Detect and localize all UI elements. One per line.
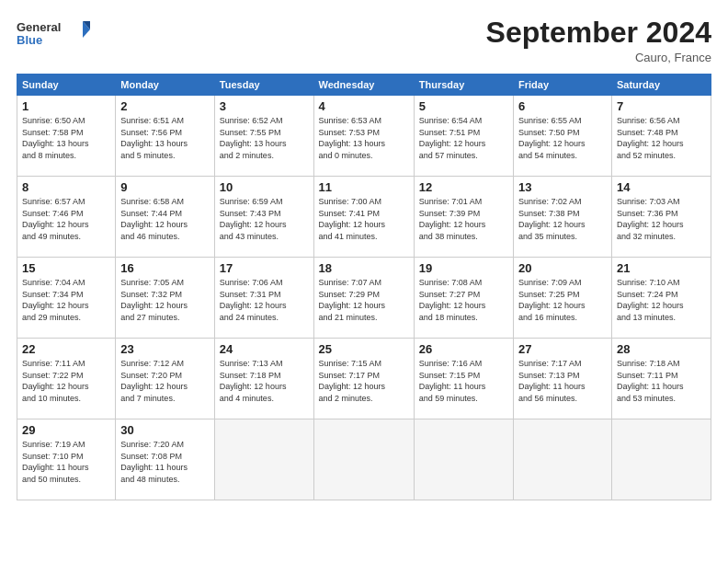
day-number: 9 [120,180,210,194]
day-number: 29 [22,423,110,437]
day-info: Sunrise: 7:18 AM Sunset: 7:11 PM Dayligh… [617,358,706,404]
location: Cauro, France [486,51,711,64]
day-number: 1 [22,99,110,113]
day-number: 15 [22,261,110,275]
calendar-cell: 5Sunrise: 6:54 AM Sunset: 7:51 PM Daylig… [414,96,513,177]
day-number: 25 [319,342,409,356]
header: General Blue September 2024 Cauro, Franc… [17,17,711,64]
col-wednesday: Wednesday [313,75,414,96]
calendar-cell: 27Sunrise: 7:17 AM Sunset: 7:13 PM Dayli… [514,339,612,419]
calendar-cell: 6Sunrise: 6:55 AM Sunset: 7:50 PM Daylig… [514,96,612,177]
day-info: Sunrise: 7:09 AM Sunset: 7:25 PM Dayligh… [518,277,607,323]
day-number: 19 [419,261,508,275]
calendar-cell: 23Sunrise: 7:12 AM Sunset: 7:20 PM Dayli… [116,339,215,419]
day-info: Sunrise: 7:10 AM Sunset: 7:24 PM Dayligh… [617,277,706,323]
day-info: Sunrise: 7:01 AM Sunset: 7:39 PM Dayligh… [419,196,508,242]
logo-svg: General Blue [17,17,90,55]
day-number: 20 [518,261,607,275]
day-number: 16 [120,261,210,275]
calendar-week-2: 8Sunrise: 6:57 AM Sunset: 7:46 PM Daylig… [17,177,711,258]
col-thursday: Thursday [414,75,513,96]
day-number: 8 [22,180,110,194]
day-number: 10 [220,180,309,194]
day-number: 21 [617,261,706,275]
day-info: Sunrise: 7:12 AM Sunset: 7:20 PM Dayligh… [120,358,210,404]
calendar-cell: 29Sunrise: 7:19 AM Sunset: 7:10 PM Dayli… [17,419,116,500]
calendar-week-5: 29Sunrise: 7:19 AM Sunset: 7:10 PM Dayli… [17,419,711,500]
day-number: 3 [220,99,309,113]
day-info: Sunrise: 7:00 AM Sunset: 7:41 PM Dayligh… [319,196,409,242]
calendar-cell: 14Sunrise: 7:03 AM Sunset: 7:36 PM Dayli… [611,177,711,258]
col-sunday: Sunday [17,75,116,96]
day-info: Sunrise: 7:06 AM Sunset: 7:31 PM Dayligh… [220,277,309,323]
calendar-cell [414,419,513,500]
calendar-cell: 20Sunrise: 7:09 AM Sunset: 7:25 PM Dayli… [514,258,612,339]
page: General Blue September 2024 Cauro, Franc… [0,0,728,563]
col-friday: Friday [514,75,612,96]
day-number: 17 [220,261,309,275]
calendar-cell [611,419,711,500]
day-info: Sunrise: 6:53 AM Sunset: 7:53 PM Dayligh… [319,115,409,161]
calendar-cell: 26Sunrise: 7:16 AM Sunset: 7:15 PM Dayli… [414,339,513,419]
month-title: September 2024 [486,17,711,49]
col-tuesday: Tuesday [214,75,313,96]
day-info: Sunrise: 6:51 AM Sunset: 7:56 PM Dayligh… [120,115,210,161]
day-number: 5 [419,99,508,113]
day-info: Sunrise: 7:02 AM Sunset: 7:38 PM Dayligh… [518,196,607,242]
day-number: 30 [120,423,210,437]
calendar-cell: 9Sunrise: 6:58 AM Sunset: 7:44 PM Daylig… [116,177,215,258]
day-number: 6 [518,99,607,113]
day-info: Sunrise: 7:05 AM Sunset: 7:32 PM Dayligh… [120,277,210,323]
calendar-header-row: Sunday Monday Tuesday Wednesday Thursday… [17,75,711,96]
calendar-cell: 2Sunrise: 6:51 AM Sunset: 7:56 PM Daylig… [116,96,215,177]
calendar-cell [313,419,414,500]
day-number: 2 [120,99,210,113]
day-info: Sunrise: 6:57 AM Sunset: 7:46 PM Dayligh… [22,196,110,242]
day-number: 23 [120,342,210,356]
day-info: Sunrise: 7:13 AM Sunset: 7:18 PM Dayligh… [220,358,309,404]
day-info: Sunrise: 7:04 AM Sunset: 7:34 PM Dayligh… [22,277,110,323]
day-number: 11 [319,180,409,194]
calendar-cell: 4Sunrise: 6:53 AM Sunset: 7:53 PM Daylig… [313,96,414,177]
calendar-cell: 12Sunrise: 7:01 AM Sunset: 7:39 PM Dayli… [414,177,513,258]
calendar-cell: 19Sunrise: 7:08 AM Sunset: 7:27 PM Dayli… [414,258,513,339]
calendar-cell: 11Sunrise: 7:00 AM Sunset: 7:41 PM Dayli… [313,177,414,258]
day-number: 14 [617,180,706,194]
svg-text:Blue: Blue [17,33,42,47]
day-number: 13 [518,180,607,194]
calendar-cell: 30Sunrise: 7:20 AM Sunset: 7:08 PM Dayli… [116,419,215,500]
col-saturday: Saturday [611,75,711,96]
day-info: Sunrise: 6:52 AM Sunset: 7:55 PM Dayligh… [220,115,309,161]
calendar-cell: 10Sunrise: 6:59 AM Sunset: 7:43 PM Dayli… [214,177,313,258]
calendar-cell: 3Sunrise: 6:52 AM Sunset: 7:55 PM Daylig… [214,96,313,177]
calendar-cell: 15Sunrise: 7:04 AM Sunset: 7:34 PM Dayli… [17,258,116,339]
day-info: Sunrise: 6:50 AM Sunset: 7:58 PM Dayligh… [22,115,110,161]
day-info: Sunrise: 7:17 AM Sunset: 7:13 PM Dayligh… [518,358,607,404]
calendar-cell: 18Sunrise: 7:07 AM Sunset: 7:29 PM Dayli… [313,258,414,339]
day-number: 26 [419,342,508,356]
calendar-cell [514,419,612,500]
title-block: September 2024 Cauro, France [486,17,711,64]
calendar-cell: 8Sunrise: 6:57 AM Sunset: 7:46 PM Daylig… [17,177,116,258]
calendar-cell: 1Sunrise: 6:50 AM Sunset: 7:58 PM Daylig… [17,96,116,177]
day-info: Sunrise: 7:03 AM Sunset: 7:36 PM Dayligh… [617,196,706,242]
col-monday: Monday [116,75,215,96]
svg-text:General: General [17,20,61,34]
calendar-cell: 22Sunrise: 7:11 AM Sunset: 7:22 PM Dayli… [17,339,116,419]
calendar-cell: 28Sunrise: 7:18 AM Sunset: 7:11 PM Dayli… [611,339,711,419]
calendar-cell: 16Sunrise: 7:05 AM Sunset: 7:32 PM Dayli… [116,258,215,339]
day-info: Sunrise: 6:55 AM Sunset: 7:50 PM Dayligh… [518,115,607,161]
calendar-week-3: 15Sunrise: 7:04 AM Sunset: 7:34 PM Dayli… [17,258,711,339]
day-info: Sunrise: 6:56 AM Sunset: 7:48 PM Dayligh… [617,115,706,161]
day-number: 7 [617,99,706,113]
calendar-table: Sunday Monday Tuesday Wednesday Thursday… [17,74,711,500]
day-number: 12 [419,180,508,194]
day-info: Sunrise: 7:07 AM Sunset: 7:29 PM Dayligh… [319,277,409,323]
day-info: Sunrise: 7:08 AM Sunset: 7:27 PM Dayligh… [419,277,508,323]
calendar-cell: 13Sunrise: 7:02 AM Sunset: 7:38 PM Dayli… [514,177,612,258]
calendar-cell: 25Sunrise: 7:15 AM Sunset: 7:17 PM Dayli… [313,339,414,419]
day-number: 24 [220,342,309,356]
day-info: Sunrise: 6:54 AM Sunset: 7:51 PM Dayligh… [419,115,508,161]
day-info: Sunrise: 6:58 AM Sunset: 7:44 PM Dayligh… [120,196,210,242]
day-number: 28 [617,342,706,356]
